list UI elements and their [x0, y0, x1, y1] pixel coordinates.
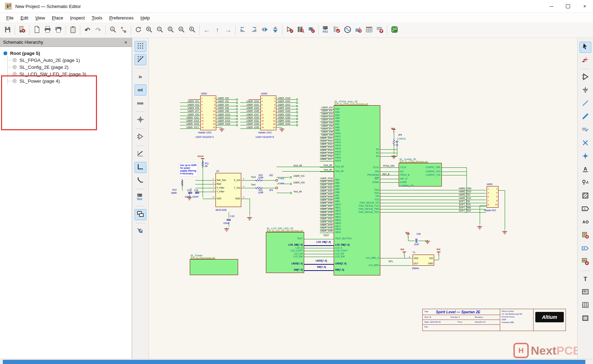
- tree-item-sl_power[interactable]: SL_Power (page 4): [8, 77, 130, 84]
- pin-number: 1: [201, 97, 202, 100]
- grid-visibility-button[interactable]: [135, 41, 146, 52]
- no-connect-button[interactable]: [579, 138, 591, 149]
- draw-wire-button[interactable]: [579, 98, 591, 109]
- schematic-setup-button[interactable]: [17, 25, 27, 36]
- menu-file[interactable]: File: [3, 14, 17, 22]
- net-label: Yout_Alt: [324, 168, 332, 171]
- rotate-ccw-button[interactable]: [237, 25, 248, 36]
- zoom-to-selection-button[interactable]: [187, 25, 197, 36]
- grid-overrides-button[interactable]: [135, 54, 146, 65]
- page-settings-button[interactable]: [31, 25, 42, 36]
- rule-area-button[interactable]: [579, 191, 591, 202]
- close-button[interactable]: ×: [576, 0, 593, 13]
- plot-button[interactable]: [53, 25, 64, 36]
- sheet-pin-name: TEST: [297, 237, 303, 240]
- mirror-horizontal-button[interactable]: [259, 25, 270, 36]
- place-symbol-button[interactable]: +−: [579, 72, 591, 83]
- zoom-in-button[interactable]: [144, 25, 154, 36]
- refresh-button[interactable]: [133, 25, 144, 36]
- tree-item-sl_lcd_sw_led_2e[interactable]: SL_LCD_SW_LED_2E (page 3): [8, 71, 130, 77]
- find-replace-button[interactable]: AB: [118, 25, 129, 36]
- navigate-up-button[interactable]: ↑: [212, 25, 223, 36]
- paste-button[interactable]: [67, 25, 78, 36]
- menu-view[interactable]: View: [32, 14, 48, 22]
- simulator-button[interactable]: [342, 25, 353, 36]
- unit-mils-button[interactable]: mil: [135, 84, 146, 96]
- symbol-editor-button[interactable]: [284, 25, 295, 36]
- place-text-button[interactable]: T: [579, 274, 591, 285]
- place-sheet-button[interactable]: [579, 230, 591, 241]
- find-button[interactable]: A: [107, 25, 118, 36]
- navigate-right-button[interactable]: →: [223, 25, 234, 36]
- menu-inspect[interactable]: Inspect: [67, 14, 88, 22]
- global-label-button[interactable]: A: [579, 204, 591, 215]
- component-U2[interactable]: [216, 173, 241, 207]
- panel-close-icon[interactable]: ×: [123, 40, 129, 45]
- menu-preferences[interactable]: Preferences: [106, 14, 137, 22]
- menu-tools[interactable]: Tools: [88, 14, 106, 22]
- symbol-fields-table-button[interactable]: [364, 25, 374, 36]
- unit-mm-button[interactable]: mm: [135, 98, 146, 109]
- tree-item-sl_config_2e[interactable]: SL_Config_2E (page 2): [8, 64, 130, 71]
- tree-item-root[interactable]: Root (page 5): [3, 50, 130, 57]
- hierarchical-label-button[interactable]: A: [579, 217, 591, 228]
- menu-help[interactable]: Help: [137, 14, 153, 22]
- save-button[interactable]: [2, 25, 13, 36]
- export-bom-button[interactable]: .bom: [374, 25, 385, 36]
- line-mode-45-button[interactable]: [135, 175, 146, 186]
- annotate-button[interactable]: R??R42: [320, 25, 331, 36]
- sheet-pin-name: LCD_RW: [293, 255, 303, 258]
- print-button[interactable]: [42, 25, 53, 36]
- sheet-pin-button[interactable]: A: [579, 243, 591, 255]
- global-label-icon: [296, 105, 298, 107]
- zoom-out-button[interactable]: [154, 25, 165, 36]
- assign-footprints-button[interactable]: [353, 25, 364, 36]
- sheet-SL_Power[interactable]: [190, 259, 238, 275]
- draw-bus-button[interactable]: [579, 111, 591, 123]
- crosshair-button[interactable]: [135, 115, 146, 126]
- junction-button[interactable]: [579, 151, 591, 162]
- footprint-editor-button[interactable]: [306, 25, 317, 36]
- maximize-button[interactable]: [560, 0, 576, 13]
- tree-item-sl_fpga_auto_2e[interactable]: SL_FPGA_Auto_2E (page 1): [8, 57, 130, 64]
- sheet-pin-icon: A: [582, 245, 589, 254]
- redo-button[interactable]: ↷: [93, 25, 104, 36]
- navigate-left-button[interactable]: ←: [201, 25, 212, 36]
- menu-place[interactable]: Place: [48, 14, 67, 22]
- menu-edit[interactable]: Edit: [17, 14, 32, 22]
- show-hidden-pins-button[interactable]: [135, 132, 146, 143]
- symbol-library-browser-button[interactable]: [295, 25, 306, 36]
- open-pcb-editor-button[interactable]: [389, 25, 400, 36]
- zoom-to-fit-button[interactable]: [165, 25, 176, 36]
- place-power-port-button[interactable]: [579, 85, 591, 96]
- unit-inches-button[interactable]: in: [135, 71, 146, 82]
- draw-wire-icon: [582, 99, 589, 108]
- sync-sheet-pins-button[interactable]: A◇: [579, 257, 591, 268]
- place-rectangle-button[interactable]: [579, 313, 591, 324]
- zoom-in-icon: [145, 26, 153, 35]
- mirror-vertical-button[interactable]: [270, 25, 281, 36]
- wire-to-bus-entry-button[interactable]: [579, 125, 591, 136]
- undo-button[interactable]: ↶: [82, 25, 93, 36]
- toolbar-separator: [105, 25, 106, 35]
- line-mode-free-button[interactable]: [135, 149, 146, 160]
- rotate-cw-icon: [250, 26, 258, 35]
- hierarchy-navigator-button[interactable]: [135, 209, 146, 220]
- horizontal-scrollbar-thumb[interactable]: [3, 360, 585, 364]
- highlight-net-button[interactable]: [579, 55, 591, 66]
- select-tool-button[interactable]: [579, 42, 591, 53]
- line-mode-90-button[interactable]: [135, 162, 146, 173]
- show-hidden-fields-button[interactable]: R??R42: [135, 192, 146, 203]
- text-box-button[interactable]: [579, 287, 591, 298]
- erc-check-button[interactable]: [331, 25, 342, 36]
- properties-panel-button[interactable]: [135, 226, 146, 237]
- minimize-button[interactable]: [543, 0, 560, 13]
- zoom-to-objects-button[interactable]: [176, 25, 187, 36]
- net-class-directive-button[interactable]: A: [579, 177, 591, 189]
- place-table-button[interactable]: [579, 300, 591, 311]
- schematic-canvas[interactable]: SL_FPGA_Auto_2E文件: SL_FPGA_Auto_2E.kicad…: [149, 38, 577, 359]
- global-label-icon: [236, 108, 238, 110]
- net-label-button[interactable]: A: [579, 164, 591, 175]
- global-label-icon: [236, 102, 238, 104]
- rotate-cw-button[interactable]: [248, 25, 259, 36]
